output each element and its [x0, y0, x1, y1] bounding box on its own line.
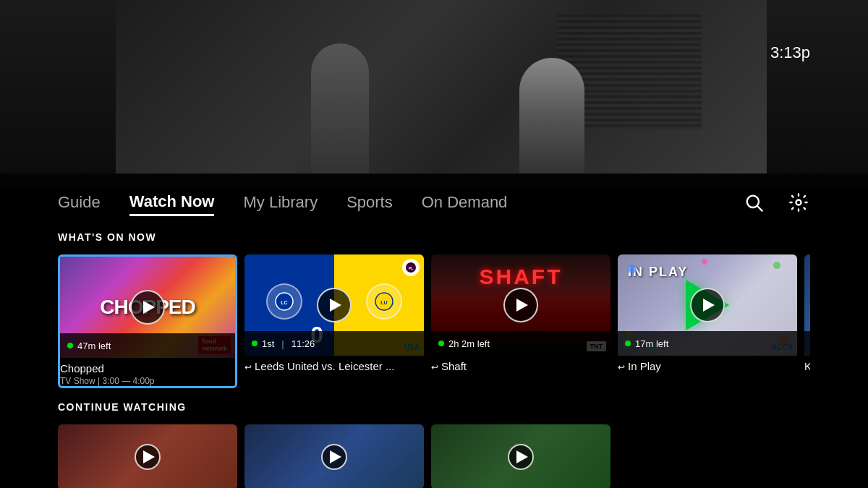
- card-shaft[interactable]: SHAFT TNT 2h 2m left ↩Shaft: [431, 254, 610, 388]
- nav-item-sports[interactable]: Sports: [346, 190, 393, 215]
- continue-card-3[interactable]: [431, 424, 610, 488]
- card-katy-tur[interactable]: 47m l... Katy Tur: [804, 254, 810, 388]
- nav-item-on-demand[interactable]: On Demand: [422, 190, 508, 215]
- play-button-inplay[interactable]: [690, 288, 725, 322]
- continue-card-2[interactable]: [244, 424, 424, 488]
- card-chopped[interactable]: CHOPPED foodnetwork 47m left Chopped TV …: [58, 254, 237, 388]
- main-content: WHAT'S ON NOW CHOPPED foodnetwork 47m le…: [0, 231, 868, 488]
- time-left-soccer: 1st: [262, 338, 274, 349]
- card-title-soccer: ↩Leeds United vs. Leicester ...: [244, 360, 418, 372]
- svg-point-13: [702, 259, 707, 265]
- time-left-inplay: 17m left: [635, 338, 668, 349]
- repeat-icon-soccer: ↩: [244, 362, 252, 372]
- nav-item-guide[interactable]: Guide: [58, 190, 101, 215]
- card-inplay[interactable]: IN PLAY ACCN 17m left: [618, 254, 797, 388]
- live-dot-inplay: [625, 341, 631, 346]
- play-button-soccer[interactable]: [317, 288, 352, 322]
- play-button-chopped[interactable]: [130, 290, 165, 325]
- live-dot-chopped: [67, 343, 73, 348]
- time-left-shaft: 2h 2m left: [448, 338, 490, 349]
- continue-watching-cards: [58, 424, 810, 488]
- live-dot-shaft: [438, 341, 444, 346]
- whats-on-now-title: WHAT'S ON NOW: [58, 231, 810, 243]
- premier-league-badge: PL: [402, 259, 420, 276]
- card-title-chopped: Chopped: [60, 362, 234, 374]
- continue-card-1[interactable]: [58, 424, 237, 488]
- repeat-icon-shaft: ↩: [431, 362, 438, 372]
- play-button-continue-3[interactable]: [508, 444, 534, 470]
- svg-line-1: [757, 206, 762, 210]
- hero-background: [0, 0, 868, 188]
- svg-text:LC: LC: [281, 300, 287, 305]
- card-title-inplay: ↩In Play: [618, 360, 791, 372]
- play-button-continue-2[interactable]: [321, 444, 347, 470]
- card-subtitle-chopped: TV Show | 3:00 — 4:00p: [60, 376, 235, 386]
- team-badge-leeds: LU: [366, 283, 402, 320]
- whats-on-now-cards: CHOPPED foodnetwork 47m left Chopped TV …: [58, 254, 810, 388]
- team-badge-leicester: LC: [266, 283, 302, 320]
- svg-point-10: [773, 262, 780, 269]
- svg-text:PL: PL: [409, 266, 413, 270]
- play-button-continue-1[interactable]: [135, 444, 161, 470]
- match-time: 11:26: [292, 338, 315, 349]
- continue-watching-title: CONTINUE WATCHING: [58, 401, 810, 413]
- search-icon[interactable]: [742, 191, 765, 214]
- live-dot-soccer: [252, 341, 258, 346]
- card-title-shaft: ↩Shaft: [431, 360, 605, 372]
- clock-display: 3:13p: [770, 43, 810, 62]
- navigation-bar: Guide Watch Now My Library Sports On Dem…: [0, 174, 868, 231]
- nav-item-my-library[interactable]: My Library: [243, 190, 318, 215]
- svg-text:LU: LU: [380, 300, 387, 305]
- repeat-icon-inplay: ↩: [618, 362, 625, 372]
- inplay-text: IN PLAY: [628, 265, 688, 280]
- settings-icon[interactable]: [787, 191, 810, 214]
- svg-point-2: [796, 200, 801, 205]
- nav-item-watch-now[interactable]: Watch Now: [129, 189, 215, 216]
- shaft-title-text: SHAFT: [431, 265, 610, 289]
- card-soccer[interactable]: LC LU PL 0 0 USA 1st | 11:26: [244, 254, 424, 388]
- play-button-shaft[interactable]: [503, 288, 538, 322]
- card-title-katy: Katy Tur: [804, 360, 810, 372]
- time-left-chopped: 47m left: [77, 341, 111, 351]
